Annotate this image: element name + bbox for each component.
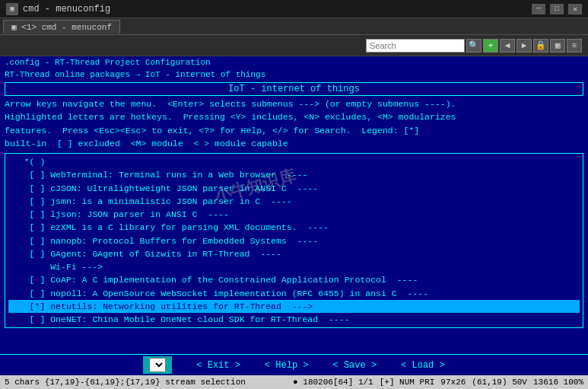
status-size: 97x26 (440, 378, 466, 387)
toolbar-extra1[interactable]: ▦ (550, 39, 565, 53)
title-bar-icon: ▣ (6, 3, 18, 15)
toolbar-nav-back[interactable]: ◀ (500, 39, 515, 53)
exit-button[interactable]: < Exit > (196, 360, 240, 371)
list-item[interactable]: [ ] ljson: JSON parser in ANSI C ---- (8, 208, 580, 221)
list-item[interactable]: [ ] jsmn: is a minimalistic JSON parser … (8, 195, 580, 208)
list-item[interactable]: [ ] WebTerminal: Terminal runs in a Web … (8, 168, 580, 181)
breadcrumb-line2: RT-Thread online packages → IoT - intern… (0, 69, 588, 81)
search-go-button[interactable]: 🔍 (466, 39, 482, 53)
list-item[interactable]: Wi-Fi ---> (8, 260, 580, 273)
toolbar-add-button[interactable]: + (483, 39, 498, 53)
toolbar-lock-icon: 🔒 (533, 39, 548, 53)
breadcrumb-line1: .config - RT-Thread Project Configuratio… (0, 56, 588, 69)
info-line: built-in [ ] excluded <M> module < > mod… (5, 137, 583, 150)
list-item[interactable]: [ ] CoAP: A C implementation of the Cons… (8, 273, 580, 286)
title-bar-text: cmd - menuconfig (23, 4, 532, 14)
list-item[interactable]: [ ] GAgent: GAgent of Gizwits in RT-Thre… (8, 247, 580, 260)
cmd-icon: ▣ (10, 5, 14, 13)
list-item[interactable]: [*] netutils: Networking utilities for R… (8, 300, 580, 313)
menu-root-item: *( ) (8, 155, 580, 168)
save-button[interactable]: < Save > (333, 360, 377, 371)
list-item[interactable]: [ ] nopoll: A OpenSource WebSocket imple… (8, 287, 580, 300)
toolbar: 🔍 + ◀ ▶ 🔒 ▦ ≡ (0, 35, 588, 56)
tab-bar: ▣ <1> cmd - menuconf (0, 18, 588, 35)
info-line: Highlighted letters are hotkeys. Pressin… (5, 110, 583, 123)
title-bar-controls: ─ □ ✕ (532, 4, 582, 14)
list-item[interactable]: [ ] ezXML is a C library for parsing XML… (8, 221, 580, 234)
info-line: features. Press <Esc><Esc> to exit, <?> … (5, 124, 583, 137)
iot-header: IoT - internet of things (5, 82, 583, 96)
status-left: 5 chars {17,19}-{61,19};{17,19} stream s… (5, 378, 246, 387)
toolbar-nav-fwd[interactable]: ▶ (516, 39, 532, 53)
list-item[interactable]: [ ] OneNET: China Mobile OneNet cloud SD… (8, 313, 580, 326)
button-bar: < Exit >< Help >< Save >< Load > (0, 354, 588, 375)
list-item[interactable]: [ ] cJSON: Ultralightweight JSON parser … (8, 182, 580, 195)
help-button[interactable]: < Help > (265, 360, 309, 371)
main-content: IoT - internet of things Arrow keys navi… (0, 81, 588, 354)
info-line: Arrow keys navigate the menu. <Enter> se… (5, 97, 583, 110)
status-bar: 5 chars {17,19}-{61,19};{17,19} stream s… (0, 375, 588, 389)
status-pos: ● 180206[64] 1/1 (293, 378, 373, 387)
search-box: 🔍 + ◀ ▶ 🔒 ▦ ≡ (366, 39, 582, 53)
status-cursor: (61,19) 50V (472, 378, 527, 387)
close-button[interactable]: ✕ (568, 4, 582, 14)
search-input[interactable] (366, 39, 465, 53)
minimize-button[interactable]: ─ (532, 4, 545, 14)
select-button[interactable] (143, 356, 172, 374)
list-item[interactable]: [ ] nanopb: Protocol Buffers for Embedde… (8, 234, 580, 247)
load-button[interactable]: < Load > (401, 360, 445, 371)
status-mode: [+] NUM PRI (380, 378, 435, 387)
tab-cmd-menuconf[interactable]: ▣ <1> cmd - menuconf (3, 20, 120, 33)
status-right: ● 180206[64] 1/1 [+] NUM PRI 97x26 (61,1… (293, 378, 583, 387)
maximize-button[interactable]: □ (550, 4, 564, 14)
menu-area: *( ) [ ] WebTerminal: Terminal runs in a… (5, 153, 583, 328)
info-text: Arrow keys navigate the menu. <Enter> se… (5, 97, 583, 150)
toolbar-extra2[interactable]: ≡ (567, 39, 582, 53)
status-extra: 13616 100% (533, 378, 583, 387)
title-bar: ▣ cmd - menuconfig ─ □ ✕ (0, 0, 588, 18)
